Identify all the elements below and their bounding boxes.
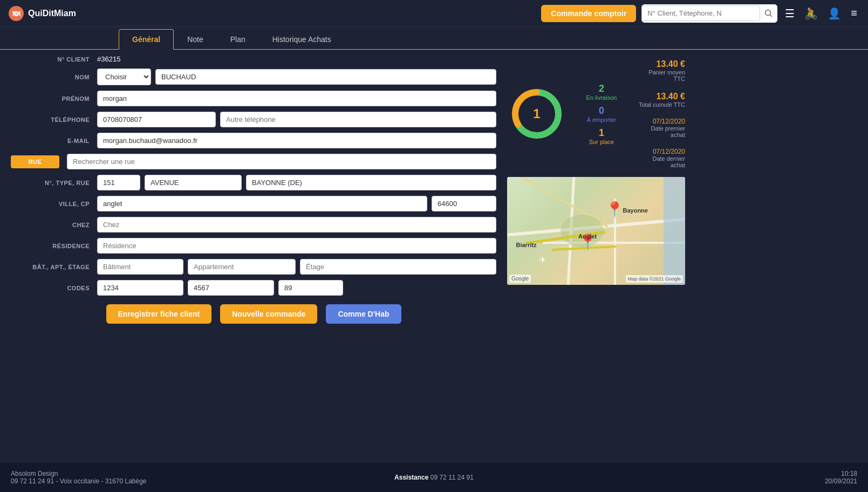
svg-line-1 — [770, 15, 773, 17]
tab-plan[interactable]: Plan — [217, 29, 259, 49]
row-telephone: TÉLÉPHONE — [11, 112, 496, 127]
footer: Absolom Design 09 72 11 24 91 - Voix occ… — [0, 463, 868, 492]
stat-en-livraison: 2 En livraison — [577, 83, 626, 101]
label-residence: RÉSIDENCE — [11, 243, 97, 249]
chez-input[interactable] — [97, 217, 496, 233]
label-email: E-MAIL — [11, 138, 97, 144]
nom-select[interactable]: Choisir M. Mme Autre — [97, 69, 151, 85]
label-chez: CHEZ — [11, 222, 97, 228]
form-section: N° CLIENT #36215 NOM Choisir M. Mme Autr… — [11, 55, 496, 457]
street-num-input[interactable] — [97, 175, 140, 190]
svg-point-0 — [766, 10, 771, 15]
footer-right: 10:18 20/09/2021 — [575, 470, 857, 485]
map-copyright: Map data ©2021 Google — [626, 275, 683, 283]
nom-input[interactable] — [155, 69, 496, 85]
code2-input[interactable] — [188, 280, 274, 296]
donut-center-value: 1 — [533, 106, 540, 121]
row-email: E-MAIL — [11, 133, 496, 148]
a-emporter-count: 0 — [577, 105, 626, 117]
row-street: N°, TYPE, RUE — [11, 175, 496, 190]
content: N° CLIENT #36215 NOM Choisir M. Mme Autr… — [0, 50, 868, 463]
footer-address: 09 72 11 24 91 - Voix occitanie - 31670 … — [11, 477, 293, 485]
row-nom: NOM Choisir M. Mme Autre — [11, 69, 496, 85]
map-logo: Google — [509, 275, 531, 283]
nouvelle-commande-button[interactable]: Nouvelle commande — [220, 304, 317, 324]
row-client-number: N° CLIENT #36215 — [11, 55, 496, 63]
header-right: Commande comptoir ☰ 🚴 👤 ≡ — [541, 4, 859, 23]
panier-moyen-label: Panier moyen TTC — [637, 69, 685, 82]
email-input[interactable] — [97, 133, 496, 148]
label-prenom: PRÉNOM — [11, 95, 97, 102]
date-dernier-value: 07/12/2020 — [637, 148, 685, 155]
label-telephone: TÉLÉPHONE — [11, 117, 97, 123]
en-livraison-count: 2 — [577, 83, 626, 94]
etage-input[interactable] — [300, 259, 496, 275]
footer-center: Assistance 09 72 11 24 91 — [293, 474, 575, 481]
code1-input[interactable] — [97, 280, 183, 296]
user-icon[interactable]: 👤 — [825, 5, 843, 22]
stats-top: 1 2 En livraison 0 À emporter 1 Sur plac… — [507, 59, 685, 168]
stat-a-emporter: 0 À emporter — [577, 105, 626, 123]
date-premier-label: Date premier achat — [637, 125, 685, 138]
label-rue: RUE — [11, 155, 59, 168]
footer-company: Absolom Design — [11, 470, 293, 477]
tab-general[interactable]: Général — [119, 29, 174, 50]
cp-input[interactable] — [432, 196, 496, 211]
comme-dhab-button[interactable]: Comme D'Hab — [326, 304, 401, 324]
footer-time: 10:18 — [575, 470, 857, 477]
tab-historique[interactable]: Historique Achats — [259, 29, 345, 49]
commande-comptoir-button[interactable]: Commande comptoir — [541, 5, 636, 22]
sidebar-stats: 1 2 En livraison 0 À emporter 1 Sur plac… — [507, 55, 685, 457]
total-cumule-value: 13.40 € — [637, 92, 685, 101]
donut-chart: 1 — [507, 84, 566, 144]
assistance-phone: 09 72 11 24 91 — [430, 474, 474, 481]
residence-input[interactable] — [97, 238, 496, 254]
a-emporter-label: À emporter — [577, 117, 626, 123]
en-livraison-label: En livraison — [577, 94, 626, 101]
map-label-bayonne: Bayonne — [623, 207, 648, 214]
price-block: 13.40 € Panier moyen TTC 13.40 € Total c… — [637, 59, 685, 168]
bike-icon[interactable]: 🚴 — [802, 5, 820, 22]
panier-moyen-value: 13.40 € — [637, 59, 685, 69]
sur-place-count: 1 — [577, 127, 626, 139]
search-button[interactable] — [760, 4, 777, 23]
map-label-biarritz: Biarritz — [516, 242, 537, 248]
tab-note[interactable]: Note — [174, 29, 217, 49]
menu-icon[interactable]: ≡ — [849, 5, 859, 22]
date-premier-value: 07/12/2020 — [637, 118, 685, 125]
label-client-number: N° CLIENT — [11, 56, 97, 63]
code3-input[interactable] — [278, 280, 343, 296]
rue-input[interactable] — [67, 154, 496, 169]
row-prenom: PRÉNOM — [11, 91, 496, 106]
street-name-input[interactable] — [246, 175, 496, 190]
map-pin-orange: 📍 — [605, 201, 624, 218]
search-input[interactable] — [641, 5, 760, 21]
stat-sur-place: 1 Sur place — [577, 127, 626, 145]
label-bat-apt-etage: BÂT., APT., ÉTAGE — [11, 264, 97, 270]
label-codes: CODES — [11, 285, 97, 291]
ville-input[interactable] — [97, 196, 427, 211]
row-ville: VILLE, CP — [11, 196, 496, 211]
prenom-input[interactable] — [97, 91, 496, 106]
logo: 🍽 QuiDitMiam — [9, 6, 76, 21]
telephone-input[interactable] — [97, 112, 216, 127]
appartement-input[interactable] — [188, 259, 296, 275]
label-ville-cp: VILLE, CP — [11, 201, 97, 207]
row-chez: CHEZ — [11, 217, 496, 233]
row-bat: BÂT., APT., ÉTAGE — [11, 259, 496, 275]
autre-telephone-input[interactable] — [220, 112, 496, 127]
list-icon[interactable]: ☰ — [783, 5, 797, 22]
header: 🍽 QuiDitMiam Commande comptoir ☰ 🚴 👤 ≡ — [0, 0, 868, 27]
assistance-label: Assistance — [394, 474, 428, 481]
actions: Enregistrer fiche client Nouvelle comman… — [11, 304, 496, 324]
street-type-input[interactable] — [145, 175, 242, 190]
stat-counts: 2 En livraison 0 À emporter 1 Sur place — [577, 83, 626, 145]
batiment-input[interactable] — [97, 259, 183, 275]
airport-icon: ✈ — [539, 255, 546, 265]
app-title: QuiDitMiam — [28, 9, 76, 18]
map: 📍 📍 Biarritz Anglet Bayonne ✈ Google Map… — [507, 177, 685, 285]
logo-icon: 🍽 — [9, 6, 24, 21]
date-dernier-label: Date dernier achat — [637, 155, 685, 168]
label-nom: NOM — [11, 74, 97, 80]
enregistrer-button[interactable]: Enregistrer fiche client — [106, 304, 212, 324]
